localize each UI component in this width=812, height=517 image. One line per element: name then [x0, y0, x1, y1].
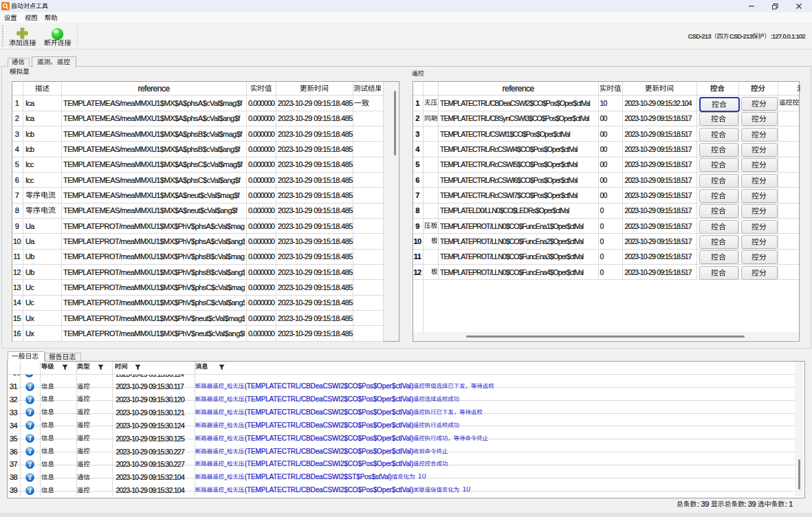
svg-text:0: 0 — [421, 474, 426, 480]
svg-text:0: 0 — [466, 487, 470, 493]
